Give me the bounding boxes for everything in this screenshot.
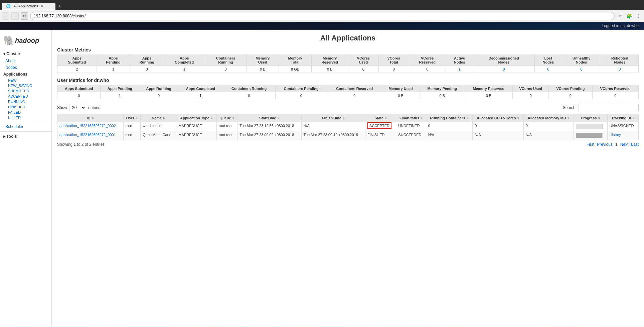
page-current: 1 — [615, 142, 618, 147]
th-tracking-ui[interactable]: Tracking UI ⇅ — [607, 114, 638, 122]
decommissioned-nodes-link[interactable]: 0 — [503, 67, 505, 71]
th-user[interactable]: User ⇅ — [123, 114, 141, 122]
um-header-2: Apps Running — [139, 85, 178, 92]
sort-arrows-finish-time: ⇅ — [342, 117, 345, 120]
show-select[interactable]: 20 50 100 — [69, 104, 86, 111]
th-progress[interactable]: Progress ⇅ — [574, 114, 607, 122]
sidebar-item-failed[interactable]: FAILED — [0, 110, 51, 115]
row1-name: word count — [141, 122, 176, 131]
um-val-0: 0 — [57, 92, 101, 99]
page-first[interactable]: First — [587, 142, 594, 147]
um-val-2: 0 — [139, 92, 178, 99]
browser-tab-active[interactable]: 🌐 All Applications ✕ — [2, 3, 55, 10]
th-app-type[interactable]: Application Type ⇅ — [176, 114, 216, 122]
back-button[interactable]: ← — [2, 12, 9, 20]
th-name[interactable]: Name ⇅ — [141, 114, 176, 122]
sidebar-item-about[interactable]: About — [0, 58, 51, 64]
sidebar-item-running[interactable]: RUNNING — [0, 99, 51, 104]
page-previous[interactable]: Previous — [597, 142, 613, 147]
row2-finish-time: Tue Mar 27 23:00:19 +0800 2018 — [301, 131, 365, 140]
forward-button[interactable]: → — [11, 12, 19, 20]
sort-arrows-name: ⇅ — [163, 117, 165, 120]
th-queue[interactable]: Queue ⇅ — [216, 114, 237, 122]
row2-id-link[interactable]: application_1522162696272_0001 — [59, 133, 116, 137]
um-header-6: Containers Reserved — [327, 85, 382, 92]
lost-nodes-link[interactable]: 0 — [547, 67, 549, 71]
um-val-4: 0 — [223, 92, 275, 99]
search-box: Search: — [563, 104, 639, 111]
row2-progress — [574, 131, 607, 140]
um-header-8: Memory Pending — [420, 85, 465, 92]
new-tab-button[interactable]: + — [55, 2, 63, 10]
um-val-1: 1 — [101, 92, 139, 99]
row1-running-containers: 0 — [426, 122, 472, 131]
th-id[interactable]: ID ⇅ — [57, 114, 124, 122]
address-bar[interactable] — [30, 12, 615, 20]
sidebar-divider-1 — [0, 122, 51, 122]
cm-val-1: 1 — [97, 66, 130, 73]
cm-header-11: ActiveNodes — [446, 55, 473, 66]
sidebar-item-nodes[interactable]: Nodes — [0, 64, 51, 71]
bookmark-icon[interactable]: ☆ — [617, 13, 624, 19]
cm-header-3: AppsCompleted — [164, 55, 205, 66]
cm-header-6: MemoryTotal — [279, 55, 311, 66]
search-label: Search: — [563, 105, 577, 110]
sidebar-item-finished[interactable]: FINISHED — [0, 104, 51, 110]
page-last[interactable]: Last — [631, 142, 639, 147]
th-state[interactable]: State ⇅ — [365, 114, 396, 122]
row1-allocated-cpu: 0 — [473, 122, 524, 131]
applications-table: ID ⇅ User ⇅ Name ⇅ Application Type ⇅ Qu… — [57, 114, 639, 140]
sidebar-item-killed[interactable]: KILLED — [0, 115, 51, 120]
main-content: All Applications Cluster Metrics AppsSub… — [52, 30, 644, 327]
row1-id-link[interactable]: application_1522162696272_0002 — [59, 124, 116, 128]
sidebar-item-accepted[interactable]: ACCEPTED — [0, 94, 51, 99]
history-link[interactable]: History — [610, 133, 621, 137]
page-next[interactable]: Next — [620, 142, 629, 147]
row1-queue: root.root — [216, 122, 237, 131]
sidebar-item-new[interactable]: NEW — [0, 78, 51, 83]
um-header-11: VCores Pending — [549, 85, 592, 92]
um-val-9: 0 B — [465, 92, 512, 99]
um-val-11: 0 — [549, 92, 592, 99]
progress-bar-container — [576, 124, 603, 129]
cm-val-8: 0 — [348, 66, 378, 73]
row2-state: FINISHED — [365, 131, 396, 140]
active-nodes-link[interactable]: 1 — [458, 67, 460, 71]
cm-header-5: MemoryUsed — [247, 55, 279, 66]
um-val-3: 1 — [178, 92, 223, 99]
rebooted-nodes-link[interactable]: 0 — [619, 67, 621, 71]
entries-label: entries — [88, 105, 100, 110]
row1-tracking-ui: UNASSIGNED — [607, 122, 638, 131]
row1-state: ACCEPTED — [365, 122, 396, 131]
th-final-status[interactable]: FinalStatus ⇅ — [396, 114, 426, 122]
sidebar-item-applications[interactable]: Applications — [0, 71, 51, 78]
row2-allocated-cpu: N/A — [473, 131, 524, 140]
progress-bar-fill-2 — [576, 133, 602, 138]
refresh-button[interactable]: ↻ — [21, 12, 28, 20]
sort-arrows-running-containers: ⇅ — [466, 117, 469, 120]
th-allocated-cpu[interactable]: Allocated CPU VCores ⇅ — [473, 114, 524, 122]
row2-allocated-memory: N/A — [523, 131, 574, 140]
sidebar-item-scheduler[interactable]: Scheduler — [0, 123, 51, 130]
menu-icon[interactable]: ⋮ — [635, 13, 642, 19]
th-running-containers[interactable]: Running Containers ⇅ — [426, 114, 472, 122]
cluster-section: ▾ Cluster About Nodes Applications NEW N… — [0, 50, 51, 130]
th-start-time[interactable]: StartTime ⇅ — [237, 114, 301, 122]
sort-arrows-final-status: ⇅ — [420, 117, 423, 120]
sidebar-item-new-saving[interactable]: NEW_SAVING — [0, 83, 51, 88]
unhealthy-nodes-link[interactable]: 0 — [581, 67, 583, 71]
search-input[interactable] — [579, 104, 639, 111]
sidebar-item-tools[interactable]: ▸ Tools — [0, 133, 51, 140]
cluster-toggle[interactable]: ▾ Cluster — [0, 50, 51, 58]
state-badge-accepted: ACCEPTED — [367, 122, 391, 129]
extensions-icon[interactable]: 🧩 — [625, 13, 633, 19]
table-row: application_1522162696272_0001 root Quas… — [57, 131, 639, 140]
cm-val-12: 0 — [473, 66, 535, 73]
th-finish-time[interactable]: FinishTime ⇅ — [301, 114, 365, 122]
show-label: Show — [57, 105, 67, 110]
th-allocated-memory[interactable]: Allocated Memory MB ⇅ — [523, 114, 574, 122]
tab-close-button[interactable]: ✕ — [41, 4, 43, 8]
row2-final-status: SUCCEEDED — [396, 131, 426, 140]
row2-name: QuasiMonteCarlo — [141, 131, 176, 140]
sidebar-item-submitted[interactable]: SUBMITTED — [0, 88, 51, 94]
